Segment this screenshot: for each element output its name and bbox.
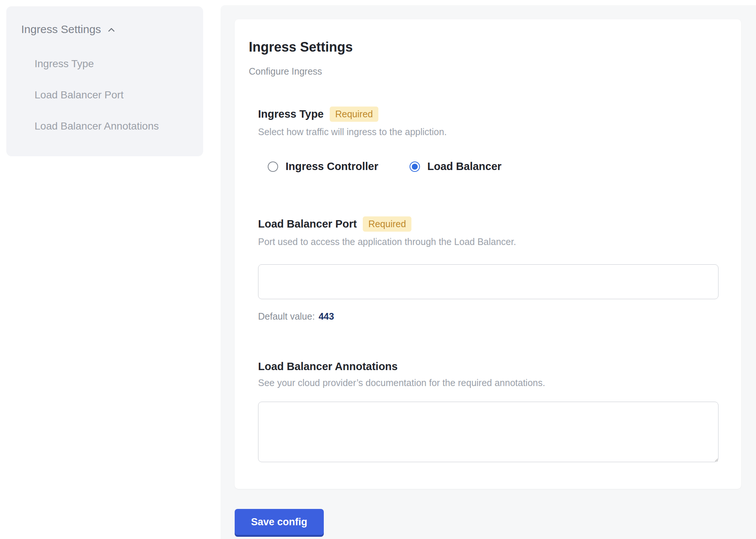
default-value-number: 443 xyxy=(319,311,334,322)
radio-unchecked-icon[interactable] xyxy=(268,161,278,172)
left-column: Ingress Settings Ingress Type Load Balan… xyxy=(0,0,221,539)
load-balancer-port-help-text: Port used to access the application thro… xyxy=(258,236,727,247)
radio-label-load-balancer: Load Balancer xyxy=(427,160,502,173)
section-title-ingress-type: Ingress Type xyxy=(258,108,324,120)
section-title-row: Load Balancer Annotations xyxy=(258,360,727,373)
load-balancer-port-input[interactable] xyxy=(258,264,718,299)
sidebar: Ingress Settings Ingress Type Load Balan… xyxy=(6,6,203,156)
ingress-settings-card: Ingress Settings Configure Ingress Ingre… xyxy=(235,19,741,489)
save-config-button[interactable]: Save config xyxy=(235,509,324,535)
section-title-row: Ingress Type Required xyxy=(258,107,727,122)
required-badge: Required xyxy=(330,107,378,122)
page-subtitle: Configure Ingress xyxy=(249,66,727,77)
sidebar-item-load-balancer-annotations[interactable]: Load Balancer Annotations xyxy=(21,115,183,137)
section-title-load-balancer-port: Load Balancer Port xyxy=(258,218,357,230)
section-title-load-balancer-annotations: Load Balancer Annotations xyxy=(258,360,398,373)
page-title: Ingress Settings xyxy=(249,39,727,55)
required-badge: Required xyxy=(363,216,411,232)
ingress-type-help-text: Select how traffic will ingress to the a… xyxy=(258,127,727,137)
sidebar-item-load-balancer-port[interactable]: Load Balancer Port xyxy=(21,84,183,106)
section-title-row: Load Balancer Port Required xyxy=(258,216,727,232)
chevron-up-icon xyxy=(106,25,117,35)
radio-option-load-balancer[interactable]: Load Balancer xyxy=(410,160,502,173)
sidebar-header-ingress-settings[interactable]: Ingress Settings xyxy=(21,22,183,37)
load-balancer-annotations-help-text: See your cloud provider’s documentation … xyxy=(258,378,727,388)
ingress-type-radio-group: Ingress Controller Load Balancer xyxy=(268,160,727,173)
sidebar-item-ingress-type[interactable]: Ingress Type xyxy=(21,53,183,75)
default-value-label: Default value: xyxy=(258,311,315,322)
default-value-row: Default value: 443 xyxy=(258,311,727,322)
radio-label-ingress-controller: Ingress Controller xyxy=(286,160,378,173)
section-load-balancer-port: Load Balancer Port Required Port used to… xyxy=(258,216,727,322)
load-balancer-annotations-textarea[interactable] xyxy=(258,402,718,462)
section-load-balancer-annotations: Load Balancer Annotations See your cloud… xyxy=(258,360,727,462)
sidebar-header-label: Ingress Settings xyxy=(21,22,101,37)
section-ingress-type: Ingress Type Required Select how traffic… xyxy=(258,107,727,173)
radio-checked-icon[interactable] xyxy=(410,161,420,172)
radio-option-ingress-controller[interactable]: Ingress Controller xyxy=(268,160,378,173)
main-panel: Ingress Settings Configure Ingress Ingre… xyxy=(221,5,756,539)
